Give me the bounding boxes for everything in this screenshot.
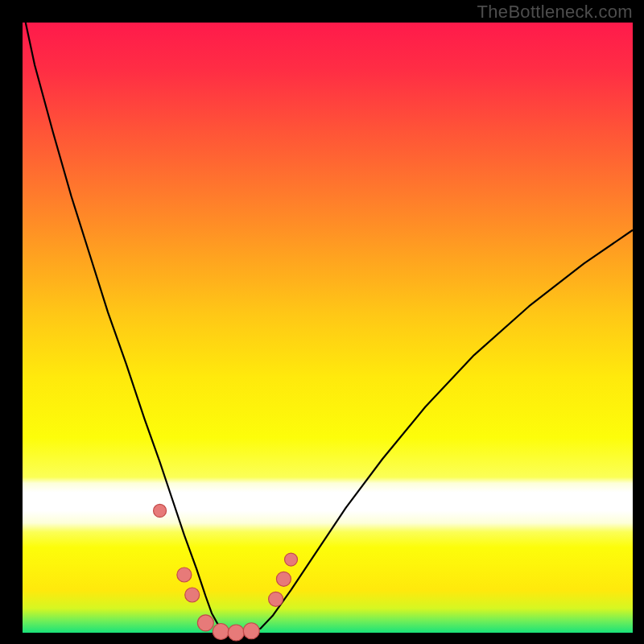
data-marker: [154, 504, 167, 517]
data-marker: [197, 615, 213, 631]
bottleneck-chart: [0, 0, 644, 644]
data-marker: [228, 625, 244, 641]
data-marker: [243, 623, 259, 639]
data-marker: [285, 553, 298, 566]
data-marker: [213, 623, 229, 639]
chart-frame: TheBottleneck.com: [0, 0, 644, 644]
watermark-label: TheBottleneck.com: [477, 2, 633, 23]
data-marker: [177, 568, 192, 582]
data-marker: [185, 588, 200, 602]
data-marker: [269, 592, 283, 606]
data-marker: [276, 572, 291, 586]
